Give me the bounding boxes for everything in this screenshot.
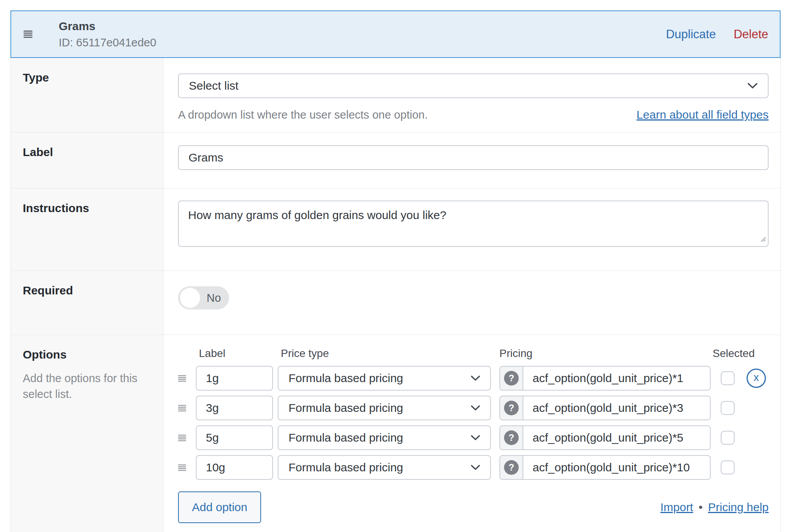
row-label: Label (11, 132, 780, 188)
price-type-value: Formula based pricing (278, 372, 490, 385)
option-selected-checkbox[interactable] (721, 461, 735, 474)
option-pricing-input[interactable] (523, 456, 710, 479)
option-pricing-group: ? (499, 396, 711, 420)
label-label: Label (23, 146, 53, 158)
option-label-input[interactable] (196, 425, 273, 450)
required-row-label-cell: Required (11, 271, 163, 335)
field-settings-body: Type Select list A dropdown list where t… (10, 58, 781, 532)
column-header-pricing: Pricing (499, 347, 533, 360)
chevron-down-icon (747, 83, 758, 89)
option-selected-cell (721, 401, 735, 415)
chevron-down-icon (471, 405, 480, 411)
chevron-down-icon (471, 465, 480, 470)
option-label-input[interactable] (196, 455, 273, 480)
type-description-line: A dropdown list where the user selects o… (178, 108, 769, 121)
option-price-type-select[interactable]: Formula based pricing (278, 366, 491, 391)
duplicate-button[interactable]: Duplicate (666, 27, 716, 41)
chevron-down-icon (471, 376, 480, 381)
pricing-help-link[interactable]: Pricing help (708, 501, 769, 514)
pricing-help-icon[interactable]: ? (500, 456, 523, 479)
option-selected-cell (721, 371, 735, 385)
question-icon: ? (504, 371, 519, 386)
required-row-content: No (163, 271, 780, 335)
options-footer: Add option Import • Pricing help (178, 491, 769, 523)
option-pricing-input[interactable] (523, 426, 710, 449)
option-row: Formula based pricing ? x (178, 366, 769, 391)
option-selected-cell (721, 461, 735, 474)
pricing-help-icon[interactable]: ? (500, 426, 523, 449)
option-drag-handle-icon[interactable] (178, 464, 196, 471)
option-price-type-select[interactable]: Formula based pricing (278, 455, 491, 480)
option-remove-cell: x (746, 369, 766, 388)
options-row-content: Label Price type Pricing Selected Formul… (163, 335, 780, 532)
options-row-label-cell: Options Add the options for this select … (11, 335, 163, 532)
row-options: Options Add the options for this select … (11, 335, 780, 532)
toggle-knob (180, 288, 200, 308)
option-selected-checkbox[interactable] (721, 431, 735, 445)
option-pricing-group: ? (499, 425, 711, 450)
price-type-value: Formula based pricing (278, 431, 490, 444)
type-description: A dropdown list where the user selects o… (178, 109, 428, 121)
label-input[interactable] (178, 145, 769, 170)
resize-handle-icon[interactable] (760, 236, 766, 244)
column-header-label: Label (199, 347, 226, 360)
option-pricing-group: ? (499, 366, 711, 391)
add-option-button[interactable]: Add option (178, 491, 261, 523)
option-price-type-select[interactable]: Formula based pricing (278, 425, 491, 450)
chevron-down-icon (471, 435, 480, 440)
column-header-price-type: Price type (281, 347, 329, 360)
field-editor-card: Grams ID: 65117e041ede0 Duplicate Delete… (10, 10, 781, 532)
option-drag-handle-icon[interactable] (178, 405, 196, 411)
options-label: Options (23, 348, 66, 361)
label-row-label-cell: Label (11, 133, 163, 188)
option-drag-handle-icon[interactable] (178, 375, 196, 382)
row-type: Type Select list A dropdown list where t… (11, 58, 780, 132)
pricing-help-icon[interactable]: ? (500, 396, 523, 420)
remove-option-button[interactable]: x (747, 369, 766, 388)
type-row-label-cell: Type (11, 58, 163, 132)
row-instructions: Instructions How many grams of golden gr… (11, 188, 780, 270)
instructions-row-content: How many grams of golden grains would yo… (163, 189, 780, 270)
delete-button[interactable]: Delete (733, 27, 768, 41)
field-id: ID: 65117e041ede0 (59, 36, 156, 49)
dot-separator: • (699, 501, 703, 514)
options-column-headers: Label Price type Pricing Selected (178, 347, 769, 366)
options-description: Add the options for this select list. (23, 371, 152, 402)
drag-handle-icon[interactable] (24, 31, 32, 38)
label-row-content (163, 133, 780, 188)
field-title-block: Grams ID: 65117e041ede0 (59, 20, 156, 49)
type-select-value: Select list (179, 79, 768, 92)
learn-field-types-link[interactable]: Learn about all field types (637, 108, 769, 121)
option-pricing-input[interactable] (523, 396, 710, 420)
price-type-value: Formula based pricing (278, 401, 490, 415)
option-row: Formula based pricing ? (178, 396, 769, 420)
instructions-textarea[interactable]: How many grams of golden grains would yo… (178, 201, 769, 247)
type-select[interactable]: Select list (178, 73, 769, 98)
type-row-content: Select list A dropdown list where the us… (163, 58, 780, 132)
option-selected-checkbox[interactable] (721, 401, 735, 415)
instructions-label: Instructions (23, 202, 89, 214)
option-price-type-select[interactable]: Formula based pricing (278, 396, 491, 420)
option-pricing-input[interactable] (523, 367, 710, 390)
pricing-help-icon[interactable]: ? (500, 367, 523, 390)
question-icon: ? (504, 401, 519, 415)
option-drag-handle-icon[interactable] (178, 435, 196, 441)
option-selected-cell (721, 431, 735, 445)
option-row: Formula based pricing ? (178, 425, 769, 450)
options-footer-links: Import • Pricing help (660, 501, 769, 514)
option-selected-checkbox[interactable] (721, 371, 735, 385)
field-header: Grams ID: 65117e041ede0 Duplicate Delete (10, 10, 781, 58)
question-icon: ? (504, 430, 519, 445)
price-type-value: Formula based pricing (278, 461, 490, 474)
question-icon: ? (504, 460, 519, 475)
option-label-input[interactable] (196, 396, 273, 420)
required-label: Required (23, 284, 73, 297)
option-label-input[interactable] (196, 366, 273, 391)
import-link[interactable]: Import (660, 501, 693, 514)
option-row: Formula based pricing ? (178, 455, 769, 480)
required-toggle[interactable]: No (178, 286, 229, 309)
type-label: Type (23, 71, 49, 84)
header-actions: Duplicate Delete (666, 27, 780, 41)
instructions-row-label-cell: Instructions (11, 189, 163, 270)
toggle-state-label: No (207, 292, 221, 304)
